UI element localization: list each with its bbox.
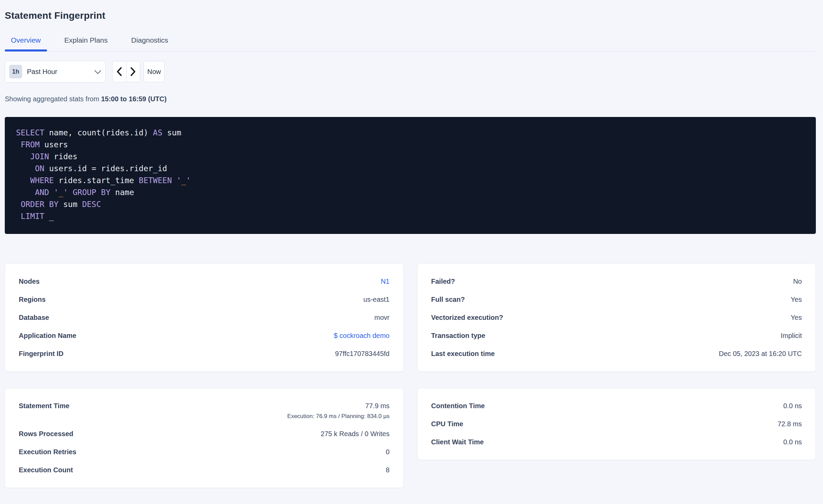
time-range-label: Past Hour <box>27 68 57 76</box>
row-label: Statement Time <box>19 402 70 410</box>
aggregation-summary-prefix: Showing aggregated stats from <box>5 95 101 103</box>
card-row-rows-processed: Rows Processed 275 k Reads / 0 Writes <box>19 430 390 438</box>
aggregation-summary: Showing aggregated stats from 15:00 to 1… <box>5 95 816 103</box>
row-label: Last execution time <box>431 350 495 358</box>
tab-bar: Overview Explain Plans Diagnostics <box>5 31 816 51</box>
statement-time-value: 77.9 ms <box>287 402 390 410</box>
statement-time-breakdown: Execution: 76.9 ms / Planning: 834.0 µs <box>287 413 390 420</box>
chevron-right-icon <box>129 66 137 77</box>
row-value: 97ffc170783445fd <box>335 350 390 358</box>
application-name-link[interactable]: $ cockroach demo <box>334 332 389 340</box>
row-label: CPU Time <box>431 420 463 428</box>
row-value: 8 <box>386 466 389 474</box>
tab-diagnostics[interactable]: Diagnostics <box>125 31 175 51</box>
timing-card: Statement Time 77.9 ms Execution: 76.9 m… <box>5 388 404 488</box>
row-value: No <box>793 278 802 285</box>
metadata-card: Nodes N1 Regions us-east1 Database movr … <box>5 264 404 372</box>
row-label: Fingerprint ID <box>19 350 63 358</box>
row-value: Dec 05, 2023 at 16:20 UTC <box>719 350 802 358</box>
row-label: Regions <box>19 296 46 303</box>
row-value: us-east1 <box>363 296 390 303</box>
row-label: Execution Count <box>19 466 73 474</box>
row-label: Transaction type <box>431 332 485 340</box>
card-row-transaction-type: Transaction type Implicit <box>431 332 802 340</box>
row-label: Contention Time <box>431 402 485 410</box>
card-row-contention-time: Contention Time 0.0 ns <box>431 402 802 410</box>
row-value: 72.8 ms <box>778 420 802 428</box>
card-row-application-name: Application Name $ cockroach demo <box>19 332 390 340</box>
row-label: Failed? <box>431 278 455 285</box>
card-row-statement-time: Statement Time 77.9 ms Execution: 76.9 m… <box>19 402 390 420</box>
page-title: Statement Fingerprint <box>5 10 816 21</box>
aggregation-summary-range: 15:00 to 16:59 (UTC) <box>101 95 166 103</box>
row-label: Nodes <box>19 278 40 285</box>
row-value: 0.0 ns <box>783 438 802 446</box>
card-row-full-scan: Full scan? Yes <box>431 296 802 303</box>
now-button[interactable]: Now <box>144 61 165 82</box>
row-label: Vectorized execution? <box>431 314 503 322</box>
previous-interval-button[interactable] <box>113 61 126 82</box>
row-value: 275 k Reads / 0 Writes <box>321 430 390 438</box>
card-row-failed: Failed? No <box>431 278 802 285</box>
stats-cards: Nodes N1 Regions us-east1 Database movr … <box>5 264 816 488</box>
card-row-execution-retries: Execution Retries 0 <box>19 448 390 456</box>
tab-explain-plans[interactable]: Explain Plans <box>58 31 114 51</box>
row-label: Database <box>19 314 49 322</box>
statement-fingerprint-page: Statement Fingerprint Overview Explain P… <box>0 0 823 488</box>
time-controls: 1h Past Hour Now <box>5 61 816 83</box>
card-row-database: Database movr <box>19 314 390 322</box>
chevron-down-icon <box>94 67 101 74</box>
chevron-left-icon <box>116 66 123 77</box>
row-label: Application Name <box>19 332 76 340</box>
row-value: Yes <box>791 314 802 322</box>
attributes-card: Failed? No Full scan? Yes Vectorized exe… <box>417 264 816 372</box>
time-step-buttons <box>112 61 140 82</box>
row-value: 77.9 ms Execution: 76.9 ms / Planning: 8… <box>287 402 390 420</box>
tab-overview[interactable]: Overview <box>5 31 47 51</box>
card-row-execution-count: Execution Count 8 <box>19 466 390 474</box>
card-row-client-wait-time: Client Wait Time 0.0 ns <box>431 438 802 446</box>
sql-statement: SELECT name, count(rides.id) AS sum FROM… <box>16 127 805 222</box>
row-label: Client Wait Time <box>431 438 484 446</box>
row-label: Full scan? <box>431 296 465 303</box>
card-row-vectorized: Vectorized execution? Yes <box>431 314 802 322</box>
card-row-cpu-time: CPU Time 72.8 ms <box>431 420 802 428</box>
row-value: Yes <box>791 296 802 303</box>
row-value: 0 <box>386 448 389 456</box>
card-row-nodes: Nodes N1 <box>19 278 390 285</box>
row-label: Execution Retries <box>19 448 76 456</box>
time-range-badge: 1h <box>9 65 22 78</box>
row-value: 0.0 ns <box>783 402 802 410</box>
row-value: movr <box>374 314 389 322</box>
next-interval-button[interactable] <box>126 61 140 82</box>
resource-usage-card: Contention Time 0.0 ns CPU Time 72.8 ms … <box>417 388 816 460</box>
card-row-last-execution: Last execution time Dec 05, 2023 at 16:2… <box>431 350 802 358</box>
time-range-dropdown[interactable]: 1h Past Hour <box>5 61 106 83</box>
card-row-regions: Regions us-east1 <box>19 296 390 303</box>
row-label: Rows Processed <box>19 430 73 438</box>
sql-statement-box: SELECT name, count(rides.id) AS sum FROM… <box>5 117 816 234</box>
row-value: Implicit <box>781 332 802 340</box>
card-row-fingerprint-id: Fingerprint ID 97ffc170783445fd <box>19 350 390 358</box>
nodes-link[interactable]: N1 <box>381 278 390 285</box>
